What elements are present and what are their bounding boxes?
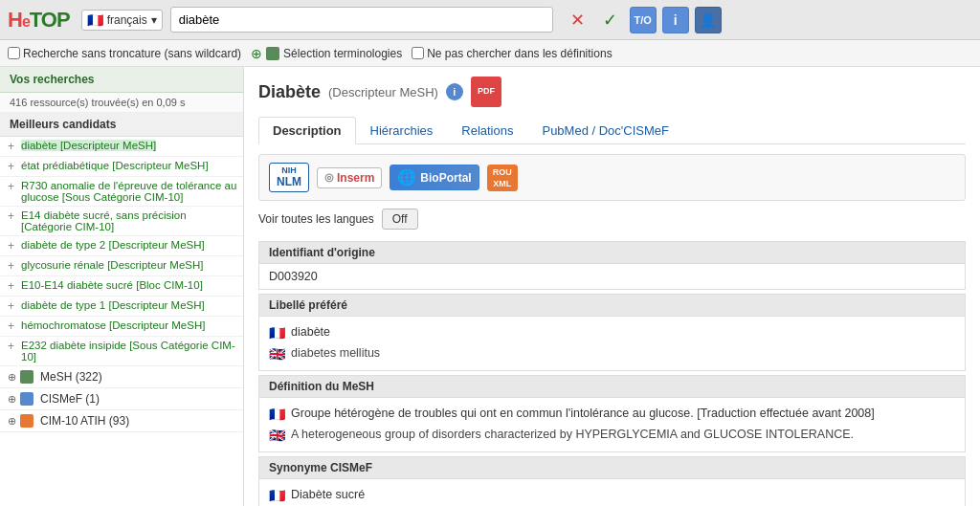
tab-hierarchies[interactable]: Hiérarchies [356, 117, 448, 143]
term-info-icon[interactable]: i [446, 83, 463, 100]
nlm-text: NLM [277, 176, 301, 188]
list-item[interactable]: + diabète de type 1 [Descripteur MeSH] [0, 297, 243, 317]
expand-terminologies-icon[interactable]: ⊕ [251, 46, 262, 61]
result-link[interactable]: R730 anomalie de l'épreuve de tolérance … [21, 180, 237, 203]
expand-icon: + [8, 279, 17, 293]
definition-en-row: 🇬🇧 A heterogeneous group of disorders ch… [269, 425, 955, 446]
cim10-category-label: CIM-10 ATIH (93) [40, 414, 129, 428]
inserm-link[interactable]: ◎ Inserm [317, 167, 382, 188]
bioportal-icon: 🌐 [397, 168, 416, 187]
list-item[interactable]: + diabète [Descripteur MeSH] [0, 137, 243, 157]
language-selector[interactable]: 🇫🇷 français ▾ [81, 10, 163, 31]
info-button[interactable]: i [662, 7, 689, 33]
logo: HeTOP [8, 8, 70, 33]
tab-relations[interactable]: Relations [447, 117, 527, 143]
xml-text: XML [493, 179, 511, 188]
definition-en-value: A heterogeneous group of disorders chara… [291, 428, 854, 441]
tab-pubmed[interactable]: PubMed / Doc'CISMeF [527, 117, 683, 143]
bioportal-label: BioPortal [420, 171, 471, 185]
cismef-category-label: CISMeF (1) [40, 392, 100, 406]
expand-icon: + [8, 259, 17, 273]
result-link[interactable]: diabète de type 1 [Descripteur MeSH] [21, 299, 205, 311]
best-candidates-title: Meilleurs candidats [0, 113, 243, 137]
definition-content: 🇫🇷 Groupe hétérogène de troubles qui ont… [258, 397, 966, 452]
result-link[interactable]: E232 diabète insipide [Sous Catégorie CI… [21, 340, 237, 363]
pdf-icon-text: PDF [478, 87, 495, 97]
result-link[interactable]: glycosurie rénale [Descripteur MeSH] [21, 259, 203, 271]
result-link[interactable]: E10-E14 diabète sucré [Bloc CIM-10] [21, 279, 203, 291]
tabs: Description Hiérarchies Relations PubMed… [258, 117, 966, 144]
list-item[interactable]: + état prédiabétique [Descripteur MeSH] [0, 157, 243, 177]
synonyme-section: Synonyme CISMeF 🇫🇷 Diabète sucré [258, 456, 966, 506]
category-mesh[interactable]: ⊕ MeSH (322) [0, 366, 243, 388]
list-item[interactable]: + diabète de type 2 [Descripteur MeSH] [0, 236, 243, 256]
flag-fr-icon: 🇫🇷 [269, 325, 285, 341]
tio-button[interactable]: T/O [630, 7, 657, 33]
definition-fr-value: Groupe hétérogène de troubles qui ont en… [291, 407, 875, 420]
libelle-content: 🇫🇷 diabète 🇬🇧 diabetes mellitus [258, 316, 966, 371]
pdf-export-button[interactable]: PDF [471, 77, 501, 107]
header: HeTOP 🇫🇷 français ▾ ✕ ✓ T/O i 👤 [0, 0, 980, 40]
external-links: NIH NLM ◎ Inserm 🌐 BioPortal ROU XML [258, 154, 966, 201]
toggle-languages-button[interactable]: Off [382, 209, 418, 230]
list-item[interactable]: + E10-E14 diabète sucré [Bloc CIM-10] [0, 276, 243, 297]
bioportal-link[interactable]: 🌐 BioPortal [390, 165, 479, 190]
nlm-link[interactable]: NIH NLM [269, 163, 309, 192]
identifiant-value: D003920 [269, 270, 955, 283]
synonyme-header: Synonyme CISMeF [258, 456, 966, 478]
header-icons: ✕ ✓ T/O i 👤 [565, 7, 722, 33]
expand-icon: ⊕ [8, 415, 16, 428]
tab-description[interactable]: Description [258, 117, 356, 144]
result-link[interactable]: diabète de type 2 [Descripteur MeSH] [21, 239, 205, 251]
term-title: Diabète [258, 82, 321, 102]
no-truncation-checkbox[interactable] [8, 47, 20, 59]
list-item[interactable]: + hémochromatose [Descripteur MeSH] [0, 317, 243, 337]
rou-text: ROU [493, 167, 512, 177]
inserm-label: Inserm [337, 171, 374, 185]
category-cim10[interactable]: ⊕ CIM-10 ATIH (93) [0, 410, 243, 432]
flag-gb-icon: 🇬🇧 [269, 428, 285, 443]
identifiant-content: D003920 [258, 263, 966, 290]
result-link[interactable]: hémochromatose [Descripteur MeSH] [21, 319, 205, 331]
select-terminologies-divider: ⊕ Sélection terminologies [251, 46, 402, 61]
list-item[interactable]: + E14 diabète sucré, sans précision [Cat… [0, 207, 243, 236]
list-item[interactable]: + glycosurie rénale [Descripteur MeSH] [0, 256, 243, 276]
synonyme-content: 🇫🇷 Diabète sucré [258, 478, 966, 506]
expand-icon: + [8, 209, 17, 223]
libelle-section: Libellé préféré 🇫🇷 diabète 🇬🇧 diabetes m… [258, 294, 966, 371]
no-search-definitions-label[interactable]: Ne pas chercher dans les définitions [412, 47, 612, 60]
list-item[interactable]: + R730 anomalie de l'épreuve de toléranc… [0, 177, 243, 207]
category-cismef[interactable]: ⊕ CISMeF (1) [0, 388, 243, 410]
no-search-definitions-checkbox[interactable] [412, 47, 424, 59]
expand-icon: ⊕ [8, 371, 16, 384]
expand-icon: + [8, 160, 17, 173]
search-input[interactable] [170, 7, 553, 33]
voir-langues-label: Voir toutes les langues [258, 212, 374, 226]
logo-he: He [8, 8, 30, 32]
rouxml-link[interactable]: ROU XML [487, 165, 518, 191]
user-button[interactable]: 👤 [695, 7, 722, 33]
confirm-search-button[interactable]: ✓ [597, 7, 624, 33]
inserm-bullet: ◎ [324, 171, 334, 184]
left-panel: Vos recherches 416 ressource(s) trouvée(… [0, 67, 244, 506]
logo-top: TOP [30, 8, 70, 32]
cismef-category-icon [20, 392, 33, 406]
expand-icon: + [8, 180, 17, 193]
clear-search-button[interactable]: ✕ [565, 7, 591, 33]
libelle-en-row: 🇬🇧 diabetes mellitus [269, 343, 955, 364]
select-terminologies-label[interactable]: Sélection terminologies [283, 47, 402, 60]
definition-header: Définition du MeSH [258, 375, 966, 397]
list-item[interactable]: + E232 diabète insipide [Sous Catégorie … [0, 337, 243, 366]
mesh-category-icon [20, 370, 33, 384]
expand-icon: + [8, 239, 17, 253]
flag-gb-icon: 🇬🇧 [269, 346, 285, 362]
libelle-fr-row: 🇫🇷 diabète [269, 322, 955, 343]
identifiant-section: Identifiant d'origine D003920 [258, 241, 966, 290]
no-truncation-label[interactable]: Recherche sans troncature (sans wildcard… [8, 47, 241, 60]
result-link[interactable]: état prédiabétique [Descripteur MeSH] [21, 160, 209, 171]
libelle-en-value: diabetes mellitus [291, 346, 380, 360]
result-link[interactable]: diabète [Descripteur MeSH] [21, 140, 156, 151]
term-header: Diabète (Descripteur MeSH) i PDF [258, 77, 966, 107]
result-link[interactable]: E14 diabète sucré, sans précision [Catég… [21, 209, 237, 232]
flag-fr-icon: 🇫🇷 [87, 12, 103, 28]
